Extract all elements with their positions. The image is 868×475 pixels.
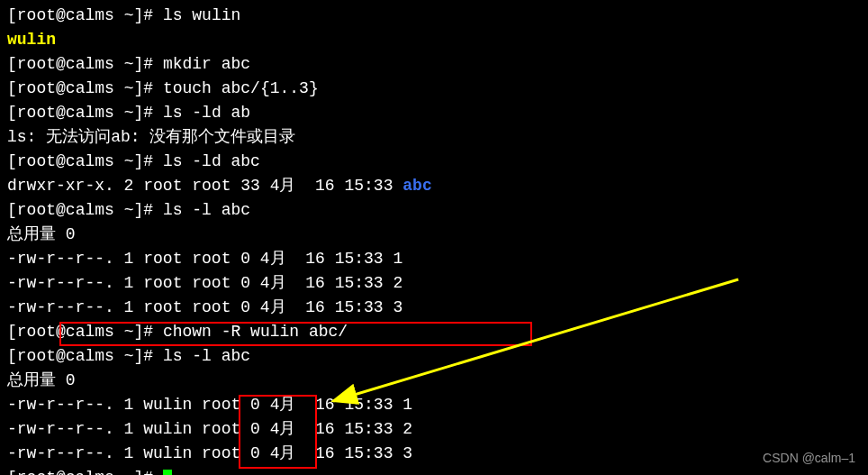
term-line: -rw-r--r--. 1 root root 0 4月 16 15:33 3: [7, 296, 861, 320]
term-line: [root@calms ~]# mkdir abc: [7, 52, 861, 77]
term-line: [root@calms ~]# ls -ld abc: [7, 150, 861, 174]
term-line: [root@calms ~]# chown -R wulin abc/: [7, 320, 861, 344]
term-line: wulin: [7, 28, 861, 52]
prompt: [root@calms ~]#: [7, 152, 163, 170]
term-line: [root@calms ~]# ls -l abc: [7, 344, 861, 369]
command-text: chown -R wulin abc/: [163, 323, 348, 341]
command-text: ls -l abc: [163, 347, 250, 365]
command-text: touch abc/{1..3}: [163, 79, 319, 97]
terminal-output: [root@calms ~]# ls wulin wulin [root@cal…: [7, 4, 861, 475]
term-line: -rw-r--r--. 1 root root 0 4月 16 15:33 1: [7, 247, 861, 271]
term-line: ls: 无法访问ab: 没有那个文件或目录: [7, 125, 861, 150]
output-text: -rw-r--r--. 1 root root 0 4月 16 15:33 1: [7, 250, 402, 268]
term-line: -rw-r--r--. 1 root root 0 4月 16 15:33 2: [7, 271, 861, 296]
prompt: [root@calms ~]#: [7, 323, 163, 341]
dir-name: abc: [402, 177, 431, 195]
term-line: drwxr-xr-x. 2 root root 33 4月 16 15:33 a…: [7, 174, 861, 198]
prompt: [root@calms ~]#: [7, 347, 163, 365]
term-line: -rw-r--r--. 1 wulin root 0 4月 16 15:33 3: [7, 442, 861, 466]
watermark: CSDN @calm–1: [763, 449, 855, 468]
command-text: ls -ld abc: [163, 152, 260, 170]
term-line: -rw-r--r--. 1 wulin root 0 4月 16 15:33 2: [7, 417, 861, 442]
term-line: 总用量 0: [7, 369, 861, 393]
prompt: [root@calms ~]#: [7, 201, 163, 219]
command-text: ls -l abc: [163, 201, 250, 219]
terminal-cursor[interactable]: [163, 470, 172, 475]
output-text: drwxr-xr-x. 2 root root 33 4月 16 15:33: [7, 177, 402, 195]
term-line-cursor[interactable]: [root@calms ~]#: [7, 466, 861, 475]
term-line: [root@calms ~]# ls -ld ab: [7, 101, 861, 125]
term-line: [root@calms ~]# touch abc/{1..3}: [7, 77, 861, 101]
output-text: 总用量 0: [7, 225, 76, 243]
output-text: -rw-r--r--. 1 wulin root 0 4月 16 15:33 1: [7, 396, 412, 414]
prompt: [root@calms ~]#: [7, 79, 163, 97]
term-line: [root@calms ~]# ls wulin: [7, 4, 861, 28]
command-text: ls wulin: [163, 6, 240, 24]
term-line: 总用量 0: [7, 223, 861, 247]
term-line: [root@calms ~]# ls -l abc: [7, 198, 861, 223]
output-text: -rw-r--r--. 1 wulin root 0 4月 16 15:33 3: [7, 444, 412, 462]
prompt: [root@calms ~]#: [7, 104, 163, 122]
prompt: [root@calms ~]#: [7, 55, 163, 73]
output-text: wulin: [7, 31, 56, 49]
prompt: [root@calms ~]#: [7, 6, 163, 24]
output-text: 总用量 0: [7, 371, 76, 389]
output-text: -rw-r--r--. 1 root root 0 4月 16 15:33 2: [7, 274, 402, 292]
command-text: ls -ld ab: [163, 104, 250, 122]
output-text: -rw-r--r--. 1 wulin root 0 4月 16 15:33 2: [7, 420, 412, 438]
output-text: -rw-r--r--. 1 root root 0 4月 16 15:33 3: [7, 298, 402, 316]
term-line: -rw-r--r--. 1 wulin root 0 4月 16 15:33 1: [7, 393, 861, 417]
command-text: mkdir abc: [163, 55, 250, 73]
output-text: ls: 无法访问ab: 没有那个文件或目录: [7, 128, 295, 146]
partial-prompt: [root@calms ~]#: [7, 469, 163, 475]
